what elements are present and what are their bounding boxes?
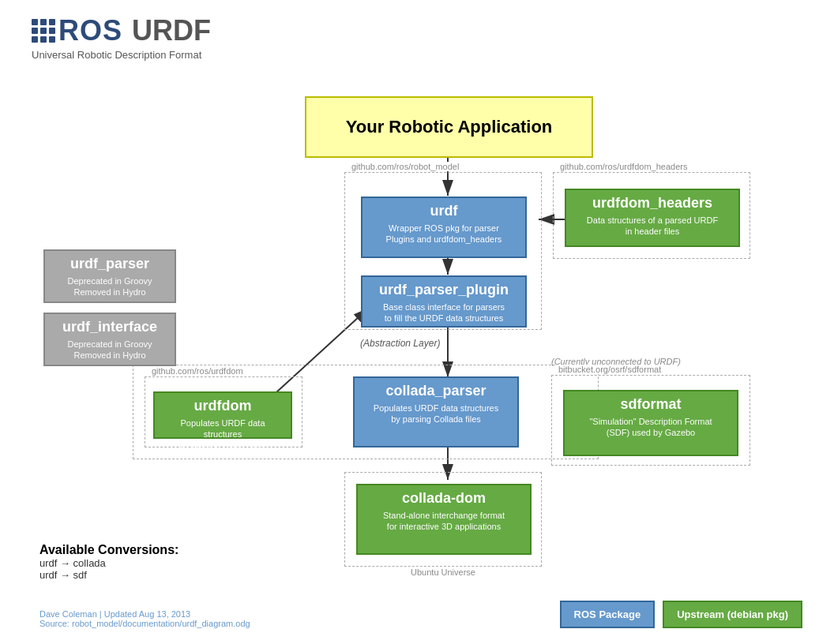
urdf-parser-plugin-subtitle: Base class interface for parsersto fill …	[370, 301, 517, 324]
collada-dom-title: collada-dom	[366, 490, 522, 507]
footer-line2: Source: robot_model/documentation/urdf_d…	[39, 619, 250, 628]
robot-model-container: github.com/ros/robot_model urdf Wrapper …	[344, 172, 542, 330]
collada-dom-box: collada-dom Stand-alone interchange form…	[356, 484, 532, 555]
footer: Dave Coleman | Updated Aug 13, 2013 Sour…	[39, 609, 250, 628]
urdf-interface-title: urdf_interface	[53, 319, 167, 336]
sdformat-subtitle: "Simulation" Description Format(SDF) use…	[573, 416, 729, 439]
urdfdom-headers-subtitle: Data structures of a parsed URDFin heade…	[574, 215, 731, 238]
robot-model-label: github.com/ros/robot_model	[350, 162, 460, 171]
sdformat-box: sdformat "Simulation" Description Format…	[563, 390, 738, 456]
urdf-interface-box: urdf_interface Deprecated in GroovyRemov…	[43, 313, 176, 366]
urdf-parser-plugin-title: urdf_parser_plugin	[370, 282, 517, 299]
urdf-parser-box: urdf_parser Deprecated in GroovyRemoved …	[43, 249, 176, 303]
urdf-subtitle: Wrapper ROS pkg for parserPlugins and ur…	[370, 223, 517, 245]
conversion-item-2: urdf → sdf	[39, 569, 178, 581]
ubuntu-universe-label: Ubuntu Universe	[409, 567, 477, 577]
urdf-parser-subtitle: Deprecated in GroovyRemoved in Hydro	[53, 275, 167, 298]
urdfdom-subtitle: Populates URDF data structuresby parsing…	[163, 417, 283, 451]
urdfdom-headers-label: github.com/ros/urdfdom_headers	[558, 162, 689, 171]
collada-parser-title: collada_parser	[363, 383, 509, 400]
your-app-title: Your Robotic Application	[346, 117, 553, 137]
legend-ros-package: ROS Package	[560, 601, 656, 628]
conversions-section: Available Conversions: urdf → collada ur…	[39, 543, 178, 581]
urdf-label: URDF	[132, 14, 211, 47]
urdfdom-headers-title: urdfdom_headers	[574, 195, 731, 212]
urdf-interface-subtitle: Deprecated in GroovyRemoved in Hydro	[53, 339, 167, 361]
footer-line1: Dave Coleman | Updated Aug 13, 2013	[39, 609, 250, 619]
ros-label: ROS	[58, 14, 122, 47]
ubuntu-universe-container: Ubuntu Universe collada-dom Stand-alone …	[344, 472, 542, 567]
urdfdom-container: github.com/ros/urdfdom urdfdom Populates…	[145, 376, 302, 447]
your-app-box: Your Robotic Application	[305, 96, 593, 158]
urdfdom-headers-container: github.com/ros/urdfdom_headers urdfdom_h…	[553, 172, 750, 259]
ros-logo: ROS	[32, 14, 122, 47]
urdf-box: urdf Wrapper ROS pkg for parserPlugins a…	[361, 197, 527, 258]
ros-dots-icon	[32, 19, 55, 43]
urdf-title: urdf	[370, 203, 517, 220]
conversion-item-1: urdf → collada	[39, 557, 178, 569]
urdfdom-title: urdfdom	[163, 398, 283, 415]
urdf-parser-title: urdf_parser	[53, 256, 167, 273]
sdformat-title: sdformat	[573, 396, 729, 414]
urdfdom-box: urdfdom Populates URDF data structuresby…	[153, 391, 292, 439]
urdf-parser-plugin-box: urdf_parser_plugin Base class interface …	[361, 275, 527, 328]
legend-upstream: Upstream (debian pkg)	[663, 601, 802, 628]
collada-parser-box: collada_parser Populates URDF data struc…	[353, 376, 519, 447]
urdfdom-label: github.com/ros/urdfdom	[150, 366, 245, 376]
header: ROS URDF Universal Robotic Description F…	[32, 14, 211, 61]
sdformat-label: bitbucket.org/osrf/sdformat	[557, 365, 663, 374]
abstraction-layer-label: (Abstraction Layer)	[360, 338, 440, 349]
collada-container: github.com/ros/urdfdom urdfdom Populates…	[133, 365, 599, 459]
legend: ROS Package Upstream (debian pkg)	[560, 601, 802, 628]
urdfdom-headers-box: urdfdom_headers Data structures of a par…	[565, 189, 740, 247]
header-subtitle: Universal Robotic Description Format	[32, 49, 211, 61]
collada-dom-subtitle: Stand-alone interchange formatfor intera…	[366, 510, 522, 533]
conversions-title: Available Conversions:	[39, 543, 178, 557]
collada-parser-subtitle: Populates URDF data structuresby parsing…	[363, 402, 509, 425]
header-title: ROS URDF	[32, 14, 211, 47]
sdformat-container: bitbucket.org/osrf/sdformat sdformat "Si…	[551, 375, 750, 466]
